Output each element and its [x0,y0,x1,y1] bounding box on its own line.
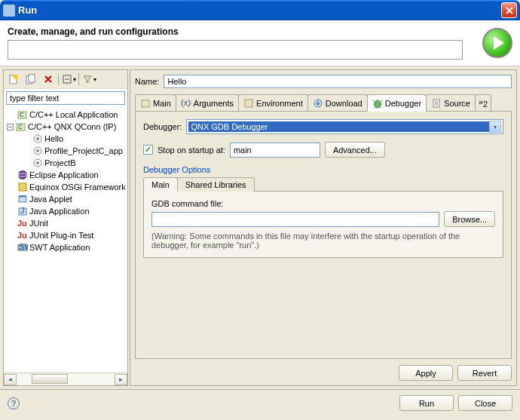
subtab-main[interactable]: Main [143,177,178,192]
tab-debugger[interactable]: Debugger [367,94,427,112]
tab-bar: Main (x)=Arguments Environment Download … [135,94,512,112]
filter-input[interactable] [6,91,125,105]
svg-point-14 [36,161,39,164]
tabs-overflow-button[interactable]: »2 [475,94,491,111]
help-icon[interactable]: ? [8,397,20,409]
debugger-panel: Debugger: QNX GDB Debugger ▾ ✓ Stop on s… [135,112,512,359]
svg-point-15 [18,170,27,179]
svg-text:Ju: Ju [17,219,27,228]
close-button[interactable]: Close [458,395,512,411]
tree-item-java-app[interactable]: JJava Application [5,205,126,217]
stop-function-input[interactable] [230,143,320,158]
debugger-options-panel: GDB command file: Browse... (Warning: So… [143,191,503,258]
tree-item-c-qnx[interactable]: −cC/C++ QNX QConn (IP) [5,121,126,133]
tree-label: ProjectB [44,158,76,167]
debugger-label: Debugger: [143,122,182,131]
sidebar-toolbar: ▾ ▾ [4,70,127,89]
tree-item-applet[interactable]: Java Applet [5,193,126,205]
scroll-thumb[interactable] [32,374,68,384]
stop-on-startup-checkbox[interactable]: ✓ [143,145,153,155]
dialog-footer: ? Run Close [0,389,520,416]
dialog-header: Create, manage, and run configurations [0,20,520,66]
tree-item-projectb[interactable]: ProjectB [5,157,126,169]
tab-main[interactable]: Main [135,94,176,111]
debugger-options-label: Debugger Options [143,165,503,174]
overflow-label: »2 [479,97,488,106]
tree-item-junit-plugin[interactable]: JuJUnit Plug-in Test [5,229,126,241]
tree-item-profile[interactable]: Profile_ProjectC_app [5,145,126,157]
sidebar: ▾ ▾ cC/C++ Local Application −cC/C++ QNX… [3,69,128,386]
header-title: Create, manage, and run configurations [8,26,476,37]
svg-rect-3 [29,75,35,82]
tree-label: Eclipse Application [29,170,99,179]
collapse-all-button[interactable]: ▾ [60,72,77,87]
tree-item-eclipse[interactable]: Eclipse Application [5,169,126,181]
debugger-value: QNX GDB Debugger [188,121,489,132]
svg-rect-17 [19,183,26,191]
copy-config-button[interactable] [23,72,39,87]
svg-text:c: c [20,109,24,118]
svg-rect-26 [142,100,149,107]
advanced-button[interactable]: Advanced... [325,142,385,158]
gdb-warning: (Warning: Some commands in this file may… [151,231,495,250]
tree-label: Hello [44,134,63,143]
svg-text:SWT: SWT [19,242,28,251]
main-panel: Name: Main (x)=Arguments Environment Dow… [130,69,517,386]
svg-rect-19 [19,195,26,197]
subtab-shared[interactable]: Shared Libraries [177,177,255,192]
svg-text:(x)=: (x)= [181,98,191,107]
tree-label: JUnit [29,219,48,228]
scroll-left-button[interactable]: ◄ [4,374,17,385]
revert-button[interactable]: Revert [457,365,512,381]
chevron-down-icon: ▾ [489,121,501,133]
tab-label: Main [153,99,171,108]
svg-point-10 [36,137,39,140]
svg-point-1 [14,75,18,79]
titlebar: Run [0,0,520,20]
tree-item-junit[interactable]: JuJUnit [5,217,126,229]
scroll-right-button[interactable]: ► [115,374,127,385]
debugger-select[interactable]: QNX GDB Debugger ▾ [186,119,503,134]
tree-label: Equinox OSGi Framework [29,182,126,192]
apply-button[interactable]: Apply [399,365,453,381]
tab-arguments[interactable]: (x)=Arguments [176,94,239,111]
tab-label: Arguments [194,99,234,108]
tab-source[interactable]: Source [426,94,476,111]
tree-label: SWT Application [29,243,90,252]
tab-environment[interactable]: Environment [238,94,308,111]
delete-config-button[interactable] [40,72,57,87]
svg-text:J: J [20,206,25,215]
svg-rect-28 [245,100,252,107]
config-tree[interactable]: cC/C++ Local Application −cC/C++ QNX QCo… [4,107,127,372]
tree-item-equinox[interactable]: Equinox OSGi Framework [5,181,126,193]
run-circle-icon [482,28,512,58]
header-banner [8,40,463,60]
gdb-command-file-input[interactable] [151,212,439,227]
tree-label: JUnit Plug-in Test [29,231,93,240]
svg-point-12 [36,149,39,152]
tree-label: C/C++ Local Application [29,110,118,119]
browse-button[interactable]: Browse... [444,211,495,227]
tree-label: C/C++ QNX QConn (IP) [28,122,116,131]
tab-download[interactable]: Download [307,94,368,111]
tree-item-hello[interactable]: Hello [5,133,126,145]
stop-label: Stop on startup at: [158,146,225,155]
svg-text:Ju: Ju [17,231,27,240]
name-label: Name: [135,77,159,86]
gdb-cmd-label: GDB command file: [151,199,495,208]
tree-item-c-local[interactable]: cC/C++ Local Application [5,109,126,121]
tab-label: Download [326,99,362,108]
tab-label: Source [444,99,470,108]
tree-label: Java Applet [29,195,72,204]
run-button[interactable]: Run [399,395,454,411]
tree-item-swt[interactable]: SWTSWT Application [5,241,126,253]
tab-label: Debugger [385,99,421,108]
name-input[interactable] [164,75,512,88]
window-close-button[interactable] [501,2,517,18]
new-config-button[interactable] [5,72,22,87]
svg-text:c: c [18,121,23,130]
filter-button[interactable]: ▾ [81,72,97,87]
sidebar-hscroll[interactable]: ◄ ► [4,372,127,385]
svg-rect-18 [19,197,26,202]
tab-label: Environment [256,99,303,108]
